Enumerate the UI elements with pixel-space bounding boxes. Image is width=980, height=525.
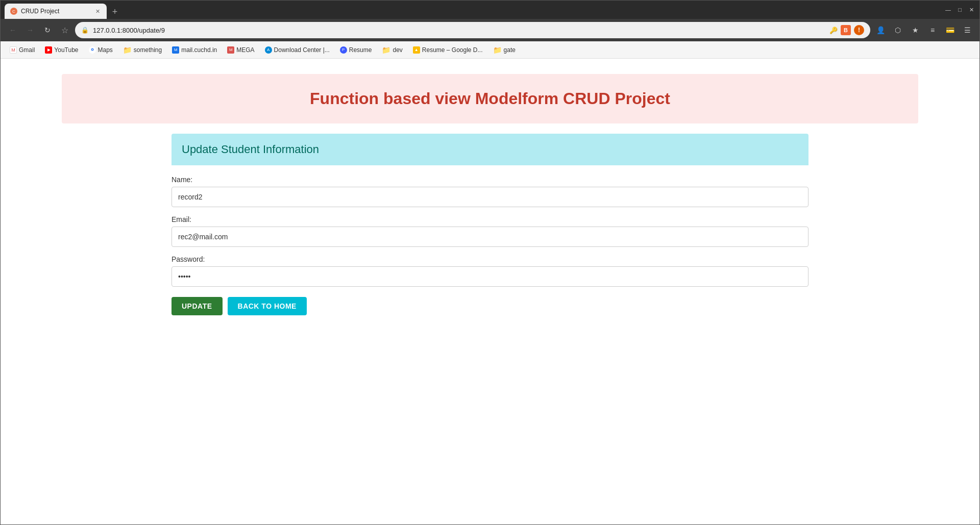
list-icon[interactable]: ≡ xyxy=(925,23,940,37)
gmail-favicon: M xyxy=(10,46,17,54)
address-bar[interactable]: 🔒 127.0.0.1:8000/update/9 🔑 B ! xyxy=(75,22,870,38)
tab-strip: C CRUD Project ✕ + xyxy=(5,1,944,19)
gate-folder-icon: 📁 xyxy=(493,46,502,54)
menu-button[interactable]: ☰ xyxy=(960,23,974,37)
resume-favicon: P xyxy=(340,46,347,54)
back-button[interactable]: ← xyxy=(6,23,20,37)
form-buttons: UPDATE BACK TO HOME xyxy=(172,297,808,315)
bookmark-gmail-label: Gmail xyxy=(19,46,35,54)
tab-title: CRUD Project xyxy=(21,8,93,15)
bookmark-youtube-label: YouTube xyxy=(54,46,78,54)
forward-button[interactable]: → xyxy=(23,23,37,37)
svg-text:C: C xyxy=(12,9,15,14)
extensions-icon[interactable]: ⬡ xyxy=(891,23,905,37)
tab-close-button[interactable]: ✕ xyxy=(93,7,102,15)
tab-favicon: C xyxy=(10,7,18,15)
bookmark-something-label: something xyxy=(134,46,162,54)
address-right-icons: 🔑 B ! xyxy=(829,25,864,35)
new-tab-button[interactable]: + xyxy=(108,5,122,19)
bookmark-mail-cuchd-label: mail.cuchd.in xyxy=(181,46,217,54)
form-body: Name: Email: Password: UPDATE BACK TO HO… xyxy=(172,165,808,326)
page-content: Function based view Modelform CRUD Proje… xyxy=(1,59,979,524)
email-label: Email: xyxy=(172,215,808,223)
name-field-group: Name: xyxy=(172,176,808,207)
form-section-title: Update Student Information xyxy=(182,143,798,156)
profile-icon[interactable]: 👤 xyxy=(873,23,888,37)
bookmark-mail-cuchd[interactable]: M mail.cuchd.in xyxy=(168,45,221,55)
bookmark-mega-label: MEGA xyxy=(236,46,254,54)
bookmark-resume[interactable]: P Resume xyxy=(336,45,376,55)
title-bar: C CRUD Project ✕ + — □ ✕ xyxy=(1,1,979,19)
lock-icon: 🔒 xyxy=(81,27,89,34)
bookmark-maps[interactable]: Maps xyxy=(85,45,117,55)
name-label: Name: xyxy=(172,176,808,184)
update-button[interactable]: UPDATE xyxy=(172,297,223,315)
close-button[interactable]: ✕ xyxy=(968,6,975,14)
bookmark-something[interactable]: 📁 something xyxy=(119,44,166,56)
bookmark-youtube[interactable]: YouTube xyxy=(41,45,82,55)
youtube-favicon xyxy=(45,46,52,54)
password-label: Password: xyxy=(172,255,808,263)
back-to-home-button[interactable]: BACK TO HOME xyxy=(228,297,307,315)
email-input[interactable] xyxy=(172,227,808,247)
bookmark-gate-label: gate xyxy=(504,46,516,54)
bookmark-resume-label: Resume xyxy=(349,46,372,54)
brave-shield-icon: B xyxy=(841,25,851,35)
mail-cuchd-favicon: M xyxy=(172,46,179,54)
page-title: Function based view Modelform CRUD Proje… xyxy=(72,89,908,108)
password-input[interactable] xyxy=(172,266,808,287)
svg-point-4 xyxy=(92,49,93,50)
download-center-favicon: A xyxy=(265,46,272,54)
minimize-button[interactable]: — xyxy=(944,6,952,14)
form-container: Update Student Information Name: Email: … xyxy=(172,134,808,326)
bookmark-gmail[interactable]: M Gmail xyxy=(6,45,39,55)
rewards-icon[interactable]: ★ xyxy=(908,23,922,37)
browser-right-icons: 👤 ⬡ ★ ≡ 💳 ☰ xyxy=(873,23,974,37)
key-icon: 🔑 xyxy=(829,27,838,34)
bookmark-download-center[interactable]: A Download Center |... xyxy=(261,45,334,55)
bookmark-resume-gdrive[interactable]: ▲ Resume – Google D... xyxy=(409,45,487,55)
bookmark-dev-label: dev xyxy=(393,46,402,54)
bookmark-resume-gdrive-label: Resume – Google D... xyxy=(422,46,483,54)
reload-button[interactable]: ↻ xyxy=(40,23,55,37)
bookmark-star-button[interactable]: ☆ xyxy=(58,23,72,37)
svg-marker-2 xyxy=(47,48,51,52)
name-input[interactable] xyxy=(172,187,808,207)
bookmark-download-center-label: Download Center |... xyxy=(274,46,330,54)
mega-favicon: M xyxy=(227,46,234,54)
bookmark-gate[interactable]: 📁 gate xyxy=(489,44,520,56)
bookmark-maps-label: Maps xyxy=(98,46,113,54)
email-field-group: Email: xyxy=(172,215,808,247)
url-text: 127.0.0.1:8000/update/9 xyxy=(93,27,825,34)
window-controls: — □ ✕ xyxy=(944,6,975,14)
nav-bar: ← → ↻ ☆ 🔒 127.0.0.1:8000/update/9 🔑 B ! … xyxy=(1,19,979,41)
page-heading: Function based view Modelform CRUD Proje… xyxy=(62,74,918,123)
form-header: Update Student Information xyxy=(172,134,808,165)
maps-favicon xyxy=(89,46,96,54)
bookmarks-bar: M Gmail YouTube Maps 📁 something M mail.… xyxy=(1,41,979,59)
gdrive-favicon: ▲ xyxy=(413,46,420,54)
brave-warning-icon: ! xyxy=(854,25,864,35)
maximize-button[interactable]: □ xyxy=(956,6,964,14)
wallet-icon[interactable]: 💳 xyxy=(943,23,957,37)
bookmark-dev[interactable]: 📁 dev xyxy=(378,44,406,56)
dev-folder-icon: 📁 xyxy=(382,46,390,54)
bookmark-mega[interactable]: M MEGA xyxy=(223,45,258,55)
active-tab[interactable]: C CRUD Project ✕ xyxy=(5,4,107,19)
password-field-group: Password: xyxy=(172,255,808,287)
something-folder-icon: 📁 xyxy=(123,46,132,54)
